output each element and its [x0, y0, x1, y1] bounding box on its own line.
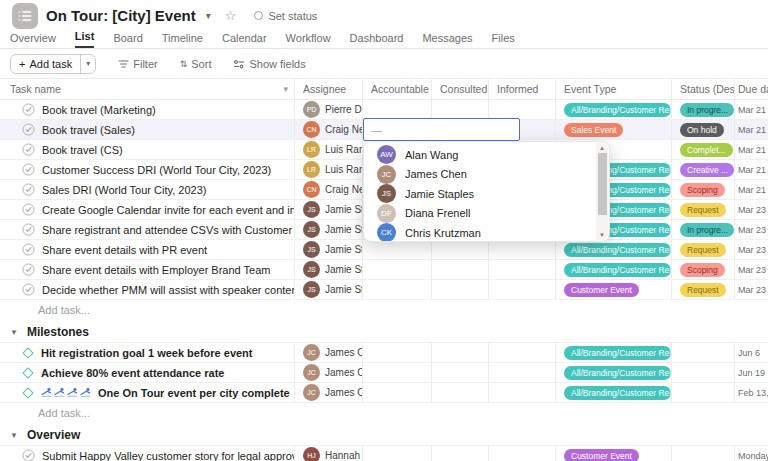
- dropdown-scrollbar[interactable]: ▲ ▼: [596, 143, 608, 240]
- task-check-icon[interactable]: [22, 223, 35, 236]
- task-name-cell[interactable]: Hit registration goal 1 week before even…: [0, 343, 295, 362]
- status-cell[interactable]: [672, 383, 735, 402]
- column-header-assignee[interactable]: Assignee: [295, 79, 363, 99]
- due-date-cell[interactable]: Mar 23: [735, 240, 768, 259]
- status-cell[interactable]: Request: [672, 200, 735, 219]
- column-chevron-down-icon[interactable]: ▾: [283, 84, 288, 94]
- task-row[interactable]: Decide whether PMM will assist with spea…: [0, 280, 768, 300]
- task-name-cell[interactable]: Decide whether PMM will assist with spea…: [0, 280, 295, 299]
- due-date-cell[interactable]: Mar 21: [735, 120, 768, 139]
- assignee-cell[interactable]: JSJamie Staples: [295, 260, 363, 279]
- column-header-event-type[interactable]: Event Type: [556, 79, 672, 99]
- task-row[interactable]: Book travel (Marketing)PDPierre DayonAll…: [0, 100, 768, 120]
- due-date-cell[interactable]: Mar 21: [735, 100, 768, 119]
- status-pill[interactable]: Complet...: [680, 143, 733, 157]
- event-type-cell[interactable]: All/Branding/Customer Rel...: [556, 343, 672, 362]
- task-name-cell[interactable]: Book travel (Sales): [0, 120, 295, 139]
- task-row[interactable]: Share event details with PR eventJSJamie…: [0, 240, 768, 260]
- status-cell[interactable]: Scoping: [672, 260, 735, 279]
- task-name-cell[interactable]: Book travel (CS): [0, 140, 295, 159]
- task-name-cell[interactable]: Book travel (Marketing): [0, 100, 295, 119]
- add-task-row[interactable]: Add task...: [0, 300, 768, 319]
- title-chevron-down-icon[interactable]: ▾: [206, 10, 211, 21]
- informed-cell[interactable]: [489, 446, 556, 461]
- due-date-cell[interactable]: Mar 23: [735, 220, 768, 239]
- task-check-icon[interactable]: [22, 123, 35, 136]
- assignee-cell[interactable]: JCJames Chen: [295, 343, 363, 362]
- dropdown-person-item[interactable]: JCJames Chen: [364, 165, 609, 185]
- assignee-cell[interactable]: JSJamie Staples: [295, 200, 363, 219]
- informed-cell[interactable]: [489, 260, 556, 279]
- accountable-cell[interactable]: [363, 100, 432, 119]
- assignee-cell[interactable]: CNCraig Nells: [295, 180, 363, 199]
- event-type-pill[interactable]: All/Branding/Customer Rel...: [564, 263, 671, 277]
- accountable-cell[interactable]: [363, 343, 432, 362]
- consulted-cell[interactable]: [432, 280, 489, 299]
- informed-cell[interactable]: [489, 383, 556, 402]
- status-pill[interactable]: Creative ...: [680, 163, 734, 177]
- column-header-accountable[interactable]: Accountable: [363, 79, 432, 99]
- task-name-cell[interactable]: Share event details with PR event: [0, 240, 295, 259]
- event-type-cell[interactable]: All/Branding/Customer Rel...: [556, 260, 672, 279]
- assignee-cell[interactable]: JCJames Chen: [295, 383, 363, 402]
- due-date-cell[interactable]: Feb 13, 202: [735, 383, 768, 402]
- milestone-diamond-icon[interactable]: [22, 387, 33, 398]
- column-header-task-name[interactable]: Task name ▾: [0, 79, 295, 99]
- task-check-icon[interactable]: [22, 103, 35, 116]
- status-cell[interactable]: Request: [672, 240, 735, 259]
- event-type-cell[interactable]: All/Branding/Customer Rel...: [556, 100, 672, 119]
- due-date-cell[interactable]: Mar 23: [735, 280, 768, 299]
- accountable-cell[interactable]: [363, 446, 432, 461]
- status-cell[interactable]: [672, 446, 735, 461]
- status-cell[interactable]: Scoping: [672, 180, 735, 199]
- tab-files[interactable]: Files: [492, 32, 515, 48]
- tab-overview[interactable]: Overview: [10, 32, 56, 48]
- event-type-pill[interactable]: All/Branding/Customer Rel...: [564, 346, 671, 360]
- task-name-cell[interactable]: Share event details with Employer Brand …: [0, 260, 295, 279]
- status-cell[interactable]: In progre...: [672, 220, 735, 239]
- assignee-cell[interactable]: JSJamie Staples: [295, 220, 363, 239]
- task-row[interactable]: Achieve 80% event attendance rateJCJames…: [0, 363, 768, 383]
- tab-messages[interactable]: Messages: [422, 32, 472, 48]
- assignee-cell[interactable]: CNCraig Nells: [295, 120, 363, 139]
- consulted-cell[interactable]: [432, 240, 489, 259]
- informed-cell[interactable]: [489, 100, 556, 119]
- informed-cell[interactable]: [489, 280, 556, 299]
- event-type-cell[interactable]: Customer Event: [556, 446, 672, 461]
- informed-cell[interactable]: [489, 343, 556, 362]
- task-row[interactable]: One On Tour event per city completeJCJam…: [0, 383, 768, 403]
- due-date-cell[interactable]: Jun 6: [735, 343, 768, 362]
- due-date-cell[interactable]: Mar 21: [735, 140, 768, 159]
- accountable-cell[interactable]: [363, 240, 432, 259]
- event-type-cell[interactable]: All/Branding/Customer Rel...: [556, 240, 672, 259]
- event-type-cell[interactable]: All/Branding/Customer Rel...: [556, 383, 672, 402]
- status-cell[interactable]: [672, 343, 735, 362]
- favorite-star-icon[interactable]: ☆: [225, 8, 237, 23]
- event-type-pill[interactable]: All/Branding/Customer Rel...: [564, 103, 671, 117]
- status-pill[interactable]: On hold: [680, 123, 724, 137]
- section-header-milestones[interactable]: ▼Milestones: [0, 322, 768, 343]
- accountable-cell[interactable]: [363, 260, 432, 279]
- accountable-cell[interactable]: [363, 280, 432, 299]
- assignee-cell[interactable]: LRLuis Ramirez: [295, 140, 363, 159]
- status-pill[interactable]: Scoping: [680, 263, 725, 277]
- consulted-cell[interactable]: [432, 383, 489, 402]
- event-type-cell[interactable]: All/Branding/Customer Rel...: [556, 363, 672, 382]
- assignee-cell[interactable]: JSJamie Staples: [295, 280, 363, 299]
- status-cell[interactable]: [672, 363, 735, 382]
- due-date-cell[interactable]: Mar 23: [735, 200, 768, 219]
- set-status-button[interactable]: Set status: [254, 10, 317, 22]
- consulted-cell[interactable]: [432, 343, 489, 362]
- event-type-pill[interactable]: All/Branding/Customer Rel...: [564, 386, 671, 400]
- event-type-cell[interactable]: Sales Event: [556, 120, 672, 139]
- dropdown-person-item[interactable]: JSJamie Staples: [364, 184, 609, 204]
- event-type-cell[interactable]: Customer Event: [556, 280, 672, 299]
- due-date-cell[interactable]: Monday: [735, 446, 768, 461]
- event-type-pill[interactable]: Sales Event: [564, 123, 623, 137]
- status-cell[interactable]: On hold: [672, 120, 735, 139]
- due-date-cell[interactable]: Mar 21: [735, 160, 768, 179]
- accountable-cell-editor[interactable]: —: [363, 118, 520, 141]
- column-header-due-date[interactable]: Due date: [735, 79, 768, 99]
- assignee-cell[interactable]: PDPierre Dayon: [295, 100, 363, 119]
- consulted-cell[interactable]: [432, 446, 489, 461]
